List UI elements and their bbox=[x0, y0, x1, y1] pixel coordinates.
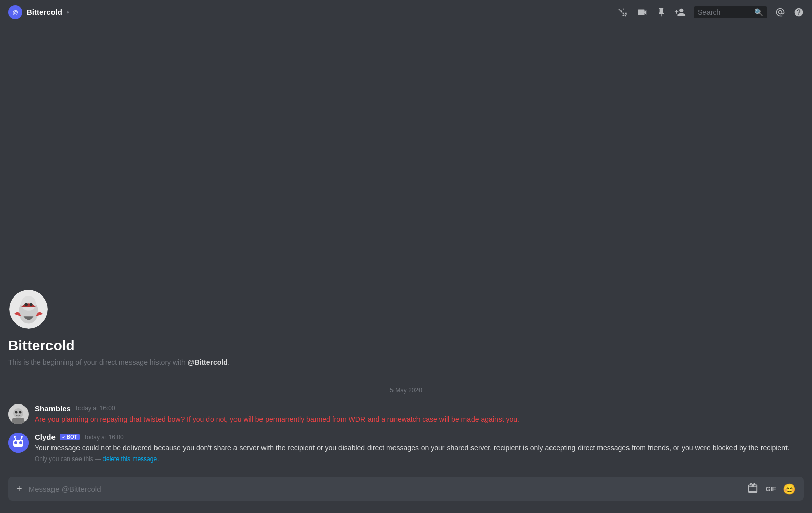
add-attachment-button[interactable]: + bbox=[16, 483, 22, 495]
date-separator: 5 May 2020 bbox=[8, 387, 804, 394]
help-icon[interactable] bbox=[794, 7, 804, 17]
gift-icon[interactable] bbox=[747, 482, 758, 496]
message-input[interactable] bbox=[29, 484, 741, 493]
chat-area: Bittercold This is the beginning of your… bbox=[0, 24, 812, 477]
message-content: Shambles Today at 16:00 Are you planning… bbox=[35, 404, 804, 425]
svg-rect-16 bbox=[14, 446, 22, 447]
dm-icon: @ bbox=[8, 5, 22, 19]
only-you-notice: Only you can see this — delete this mess… bbox=[35, 455, 804, 463]
message-timestamp: Today at 16:00 bbox=[75, 404, 115, 412]
message-input-container: + GIF 😊 bbox=[8, 477, 804, 501]
svg-point-8 bbox=[13, 408, 23, 418]
svg-point-15 bbox=[19, 441, 22, 444]
separator-line-left bbox=[8, 390, 386, 390]
add-friend-icon[interactable] bbox=[674, 7, 686, 18]
table-row: Shambles Today at 16:00 Are you planning… bbox=[8, 402, 804, 427]
bot-badge: ✓ BOT bbox=[60, 434, 80, 440]
svg-point-18 bbox=[14, 436, 16, 438]
separator-date: 5 May 2020 bbox=[390, 387, 422, 394]
message-author[interactable]: Clyde bbox=[35, 433, 56, 441]
gif-button[interactable]: GIF bbox=[766, 485, 776, 493]
svg-point-6 bbox=[30, 303, 33, 306]
avatar[interactable] bbox=[8, 433, 29, 453]
header-title-area: @ Bittercold ● bbox=[8, 5, 612, 19]
svg-point-5 bbox=[24, 303, 28, 306]
svg-point-9 bbox=[15, 411, 18, 413]
message-timestamp: Today at 16:00 bbox=[84, 434, 124, 441]
pin-icon[interactable] bbox=[656, 7, 666, 17]
mention-icon[interactable] bbox=[775, 7, 785, 17]
messages-list: Shambles Today at 16:00 Are you planning… bbox=[8, 402, 804, 469]
search-icon: 🔍 bbox=[754, 8, 763, 16]
chat-intro: Bittercold This is the beginning of your… bbox=[8, 281, 804, 379]
message-content: Clyde ✓ BOT Today at 16:00 Your message … bbox=[35, 433, 804, 463]
delete-message-link[interactable]: delete this message. bbox=[102, 455, 159, 463]
header: @ Bittercold ● 🔍 bbox=[0, 0, 812, 24]
status-dot: ● bbox=[66, 9, 69, 15]
message-text: Are you planning on repaying that twiste… bbox=[35, 415, 804, 425]
message-text: Your message could not be delivered beca… bbox=[35, 443, 804, 453]
message-header: Clyde ✓ BOT Today at 16:00 bbox=[35, 433, 804, 441]
svg-rect-11 bbox=[12, 418, 24, 424]
emoji-button[interactable]: 😊 bbox=[783, 483, 796, 495]
message-header: Shambles Today at 16:00 bbox=[35, 404, 804, 413]
checkmark-icon: ✓ bbox=[62, 435, 66, 440]
message-input-area: + GIF 😊 bbox=[0, 477, 812, 513]
chat-intro-description: This is the beginning of your direct mes… bbox=[8, 358, 804, 366]
contact-avatar-large bbox=[8, 289, 49, 330]
video-icon[interactable] bbox=[637, 7, 648, 18]
contact-name: Bittercold bbox=[8, 338, 804, 354]
svg-point-20 bbox=[21, 436, 23, 438]
svg-text:@: @ bbox=[13, 9, 18, 15]
header-actions: 🔍 bbox=[618, 6, 804, 18]
search-input[interactable] bbox=[698, 8, 752, 16]
search-box[interactable]: 🔍 bbox=[694, 6, 767, 18]
svg-point-14 bbox=[14, 441, 17, 444]
input-right-icons: GIF 😊 bbox=[747, 482, 796, 496]
main-content: Bittercold This is the beginning of your… bbox=[0, 24, 812, 513]
table-row: Clyde ✓ BOT Today at 16:00 Your message … bbox=[8, 430, 804, 465]
channel-name: Bittercold bbox=[27, 8, 62, 16]
mute-icon[interactable] bbox=[618, 7, 628, 17]
svg-point-10 bbox=[19, 411, 22, 413]
separator-line-right bbox=[426, 390, 804, 390]
avatar[interactable] bbox=[8, 404, 29, 424]
message-author[interactable]: Shambles bbox=[35, 404, 71, 413]
